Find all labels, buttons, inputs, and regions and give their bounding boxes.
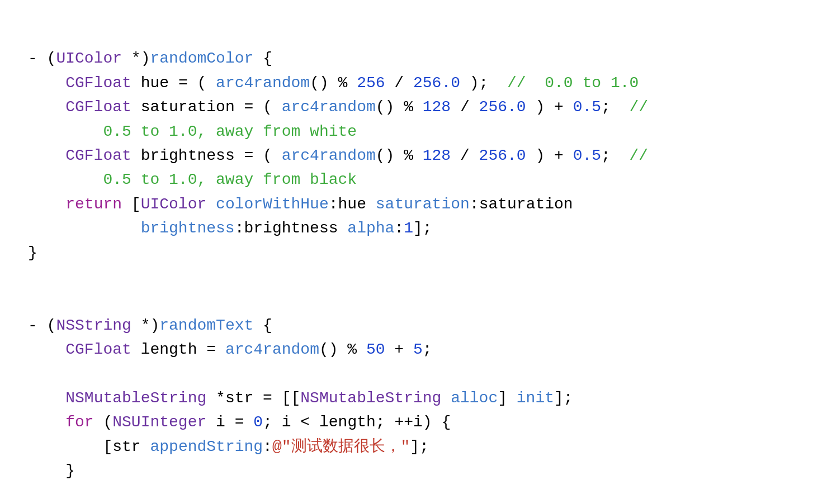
line-4: 0.5 to 1.0, away from white — [28, 123, 357, 140]
line-5: CGFloat brightness = ( arc4random() % 12… — [28, 147, 648, 164]
line-9: } — [28, 244, 37, 261]
line-14: [str appendString:@"测试数据很长，"]; — [28, 438, 429, 455]
line-13: for (NSUInteger i = 0; i < length; ++i) … — [28, 413, 451, 431]
line-10: - (NSString *)randomText { — [28, 317, 272, 334]
code-editor: - (UIColor *)randomColor { CGFloat hue =… — [28, 22, 804, 504]
line-11: CGFloat length = arc4random() % 50 + 5; — [28, 341, 432, 358]
line-12: NSMutableString *str = [[NSMutableString… — [28, 389, 573, 407]
line-3: CGFloat saturation = ( arc4random() % 12… — [28, 98, 648, 116]
line-1: - (UIColor *)randomColor { — [28, 50, 272, 67]
line-6: 0.5 to 1.0, away from black — [28, 171, 357, 188]
line-7: return [UIColor colorWithHue:hue saturat… — [28, 196, 573, 213]
line-2: CGFloat hue = ( arc4random() % 256 / 256… — [28, 74, 639, 92]
line-8: brightness:brightness alpha:1]; — [28, 220, 432, 237]
line-15: } — [28, 462, 75, 479]
